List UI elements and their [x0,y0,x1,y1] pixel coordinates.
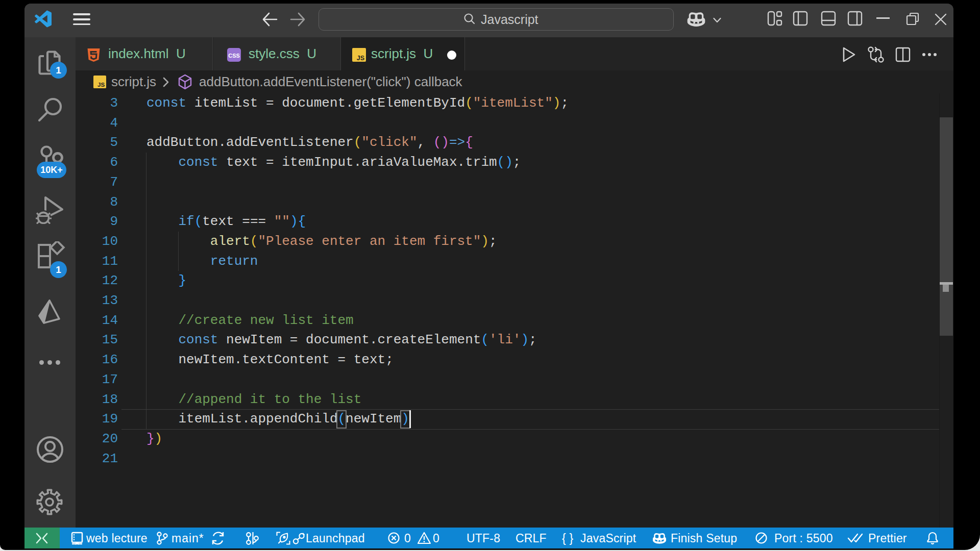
svg-text:JS: JS [357,55,364,62]
svg-text:CSS: CSS [228,53,240,59]
svg-text:JS: JS [97,82,105,88]
